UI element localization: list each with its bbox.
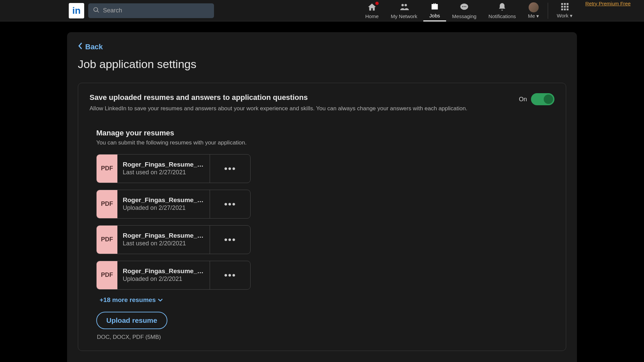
bell-icon	[497, 2, 507, 13]
settings-card: Save uploaded resumes and answers to app…	[78, 83, 566, 351]
resume-item: PDF Roger_Fingas_Resume_2020… Uploaded o…	[96, 190, 251, 219]
more-resumes-link[interactable]: +18 more resumes	[90, 296, 554, 304]
svg-point-1	[405, 4, 407, 6]
toggle-state-label: On	[519, 96, 527, 103]
file-name: Roger_Fingas_Resume_2020…	[123, 232, 204, 239]
search-input[interactable]	[88, 3, 214, 18]
file-meta: Last used on 2/27/2021	[123, 169, 204, 176]
more-resumes-label: +18 more resumes	[100, 296, 156, 304]
toggle-knob	[544, 95, 553, 104]
nav-jobs[interactable]: Jobs	[423, 0, 446, 21]
messaging-icon	[460, 2, 469, 13]
toggle-description: Allow LinkedIn to save your resumes and …	[90, 105, 505, 113]
file-meta: Uploaded on 2/27/2021	[123, 204, 204, 212]
home-icon	[367, 2, 377, 13]
nav-label: Messaging	[452, 13, 477, 19]
avatar	[529, 2, 539, 12]
toggle-title: Save uploaded resumes and answers to app…	[90, 93, 505, 102]
nav-label: Jobs	[429, 13, 440, 18]
file-info: Roger_Fingas_Resume_2020… Uploaded on 2/…	[117, 261, 210, 289]
more-icon: •••	[224, 234, 236, 245]
more-icon: •••	[224, 199, 236, 209]
resume-options-button[interactable]: •••	[210, 190, 250, 218]
linkedin-logo[interactable]: in	[69, 3, 84, 18]
premium-link[interactable]: Retry Premium Free	[579, 0, 637, 21]
nav-label: Work ▾	[557, 13, 573, 19]
svg-rect-7	[564, 3, 566, 5]
nav-label: Me ▾	[528, 13, 539, 19]
main-panel: Back Job application settings Save uploa…	[67, 32, 577, 362]
file-type-badge: PDF	[97, 190, 117, 218]
file-name: Roger_Fingas_Resume_2020…	[123, 267, 204, 275]
save-toggle[interactable]	[531, 93, 554, 105]
content: Back Job application settings Save uploa…	[0, 21, 644, 362]
apps-icon	[560, 2, 569, 12]
search-container	[88, 3, 214, 18]
nav-label: My Network	[391, 13, 417, 19]
resumes-heading: Manage your resumes	[90, 129, 554, 137]
file-info: Roger_Fingas_Resume_2020… Uploaded on 2/…	[117, 190, 210, 218]
save-toggle-row: Save uploaded resumes and answers to app…	[90, 93, 554, 113]
file-name: Roger_Fingas_Resume_2020…	[123, 161, 204, 168]
upload-resume-button[interactable]: Upload resume	[96, 312, 167, 329]
nav-messaging[interactable]: Messaging	[446, 0, 483, 21]
chevron-down-icon	[158, 296, 163, 304]
svg-point-3	[462, 6, 463, 7]
search-icon	[93, 7, 100, 15]
top-navigation: in Home My Network Jobs	[0, 0, 644, 21]
svg-rect-10	[564, 6, 566, 7]
file-type-badge: PDF	[97, 226, 117, 254]
file-info: Roger_Fingas_Resume_2020… Last used on 2…	[117, 226, 210, 254]
svg-point-5	[465, 6, 466, 7]
svg-point-0	[401, 4, 404, 6]
file-type-badge: PDF	[97, 155, 117, 183]
resume-item: PDF Roger_Fingas_Resume_2020… Last used …	[96, 154, 251, 183]
back-label: Back	[85, 43, 103, 51]
toggle-text: Save uploaded resumes and answers to app…	[90, 93, 519, 113]
nav-home[interactable]: Home	[359, 0, 385, 21]
file-type-badge: PDF	[97, 261, 117, 289]
resume-options-button[interactable]: •••	[210, 261, 250, 289]
svg-point-4	[464, 6, 465, 7]
accepted-formats: DOC, DOCX, PDF (5MB)	[90, 334, 554, 341]
nav-network[interactable]: My Network	[385, 0, 423, 21]
more-icon: •••	[224, 163, 236, 174]
resume-list: PDF Roger_Fingas_Resume_2020… Last used …	[90, 154, 554, 290]
svg-rect-11	[567, 6, 568, 7]
resume-item: PDF Roger_Fingas_Resume_2020… Last used …	[96, 225, 251, 254]
file-name: Roger_Fingas_Resume_2020…	[123, 196, 204, 204]
nav-items: Home My Network Jobs Messaging Notificat…	[359, 0, 637, 21]
chevron-down-icon: ▾	[570, 13, 573, 19]
svg-rect-8	[567, 3, 568, 5]
svg-rect-6	[561, 3, 563, 5]
nav-notifications[interactable]: Notifications	[482, 0, 522, 21]
more-icon: •••	[224, 270, 236, 281]
file-info: Roger_Fingas_Resume_2020… Last used on 2…	[117, 155, 210, 183]
divider	[548, 3, 548, 19]
chevron-down-icon: ▾	[536, 13, 539, 19]
resume-item: PDF Roger_Fingas_Resume_2020… Uploaded o…	[96, 261, 251, 290]
nav-label: Home	[365, 13, 379, 19]
resume-options-button[interactable]: •••	[210, 155, 250, 183]
svg-rect-9	[561, 6, 563, 7]
network-icon	[399, 2, 409, 13]
file-meta: Last used on 2/20/2021	[123, 240, 204, 247]
toggle-control: On	[519, 93, 554, 105]
file-meta: Uploaded on 2/2/2021	[123, 276, 204, 283]
resume-options-button[interactable]: •••	[210, 226, 250, 254]
nav-label: Notifications	[488, 13, 516, 19]
back-button[interactable]: Back	[67, 42, 577, 52]
page-title: Job application settings	[67, 58, 577, 71]
nav-work[interactable]: Work ▾	[551, 0, 579, 21]
svg-rect-12	[561, 8, 563, 10]
notification-badge	[375, 1, 379, 6]
chevron-left-icon	[78, 42, 83, 52]
svg-rect-13	[564, 8, 566, 10]
resumes-subheading: You can submit the following resumes wit…	[90, 139, 554, 146]
jobs-icon	[430, 2, 439, 12]
svg-rect-14	[567, 8, 568, 10]
nav-me[interactable]: Me ▾	[522, 0, 545, 21]
